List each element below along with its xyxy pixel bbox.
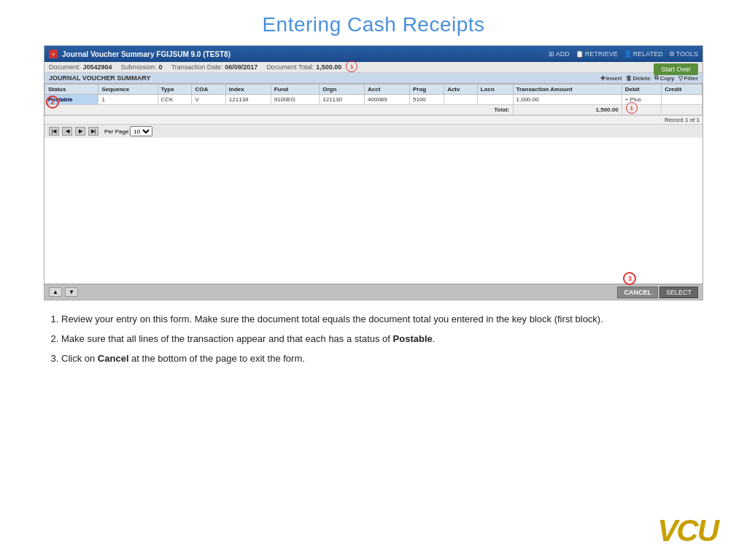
section-title: JOURNAL VOUCHER SUMMARY <box>49 74 151 82</box>
instruction-3-bold: Cancel <box>98 353 129 364</box>
annotation-1-total: 1 <box>626 102 638 114</box>
delete-label: Delete <box>632 75 650 82</box>
cell-locn <box>477 95 513 105</box>
retrieve-icon: 📋 <box>576 50 584 58</box>
instruction-1-text: Review your entry on this form. Make sur… <box>61 314 603 324</box>
retrieve-action[interactable]: 📋 RETRIEVE <box>576 50 618 58</box>
prev-page-button[interactable]: ◀ <box>62 127 72 136</box>
tools-icon: ⚙ <box>669 50 675 58</box>
col-coa: COA <box>192 85 225 95</box>
journal-voucher-table: Status Sequence Type COA Index Fund Orgn… <box>44 84 703 115</box>
copy-label: Copy <box>659 75 674 82</box>
cell-orgn: 121130 <box>320 95 365 105</box>
first-page-button[interactable]: |◀ <box>49 127 59 136</box>
table-row: Postable 1 CCK V 121134 9100EG 121130 40… <box>45 95 703 105</box>
copy-action[interactable]: ⧉ Copy <box>654 74 674 82</box>
banner-window: × Journal Voucher Summary FGIJSUM 9.0 (T… <box>44 45 703 300</box>
col-orgn: Orgn <box>320 85 365 95</box>
instruction-2-text-before: Make sure that all lines of the transact… <box>61 333 393 344</box>
per-page-select[interactable]: 10 25 50 <box>130 126 152 136</box>
document-total-value: 1,500.00 <box>316 63 341 71</box>
cell-type: CCK <box>158 95 192 105</box>
info-bar: Document: J0542904 Submission: 0 Transac… <box>44 62 703 73</box>
next-page-button[interactable]: ▶ <box>75 127 85 136</box>
insert-label: Insert <box>606 75 622 82</box>
vcu-logo: VCU <box>657 513 718 548</box>
filter-label: Filter <box>684 75 698 82</box>
title-bar-left: × Journal Voucher Summary FGIJSUM 9.0 (T… <box>49 50 231 58</box>
col-actv: Actv <box>444 85 478 95</box>
instruction-2-bold: Postable <box>393 333 433 344</box>
app-window: × Journal Voucher Summary FGIJSUM 9.0 (T… <box>0 45 747 300</box>
add-label: ADD <box>556 50 570 58</box>
title-bar: × Journal Voucher Summary FGIJSUM 9.0 (T… <box>44 46 703 62</box>
cell-credit <box>662 95 703 105</box>
cell-sequence: 1 <box>98 95 158 105</box>
related-label: RELATED <box>633 50 663 58</box>
bottom-bar-right: 3 CANCEL SELECT <box>617 287 698 298</box>
instruction-1: Review your entry on this form. Make sur… <box>61 312 703 327</box>
window-title: Journal Voucher Summary FGIJSUM 9.0 (TES… <box>62 50 231 58</box>
annotation-2-status: 2 <box>46 96 59 109</box>
close-button[interactable]: × <box>49 50 58 58</box>
insert-icon: ✚ <box>600 75 605 82</box>
instructions-section: Review your entry on this form. Make sur… <box>44 312 703 366</box>
instruction-3: Click on Cancel at the bottom of the pag… <box>61 351 703 367</box>
last-page-button[interactable]: ▶| <box>88 127 98 136</box>
annotation-1-doc-total: 1 <box>346 61 357 72</box>
filter-icon: ▽ <box>678 75 683 82</box>
annotation-3-cancel: 3 <box>623 272 636 285</box>
page-title: Entering Cash Receipts <box>0 0 747 45</box>
transaction-date-value: 06/09/2017 <box>225 63 258 71</box>
instruction-2-text-after: . <box>433 333 436 344</box>
total-label: Total: <box>45 105 514 115</box>
cell-acct: 400089 <box>365 95 410 105</box>
total-value: 1,500.00 1 <box>513 105 622 115</box>
col-fund: Fund <box>271 85 319 95</box>
document-total-info: Document Total: 1,500.00 1 <box>266 63 341 71</box>
cell-coa: V <box>192 95 225 105</box>
start-over-button[interactable]: Start Over <box>654 63 698 75</box>
bottom-bar: ▲ ▼ 3 CANCEL SELECT <box>44 284 703 300</box>
cell-index: 121134 <box>225 95 271 105</box>
tools-action[interactable]: ⚙ TOOLS <box>669 50 698 58</box>
cell-fund: 9100EG <box>271 95 319 105</box>
add-icon: ⊞ <box>549 50 554 58</box>
col-acct: Acct <box>365 85 410 95</box>
scroll-down-button[interactable]: ▼ <box>65 287 78 297</box>
select-button[interactable]: SELECT <box>659 287 698 298</box>
col-type: Type <box>158 85 192 95</box>
bottom-bar-left: ▲ ▼ <box>49 287 78 297</box>
instruction-3-text-before: Click on <box>61 353 98 364</box>
submission-value: 0 <box>159 63 163 71</box>
related-icon: 👤 <box>624 50 632 58</box>
add-action[interactable]: ⊞ ADD <box>549 50 570 58</box>
document-label: Document: <box>49 63 81 71</box>
scroll-up-button[interactable]: ▲ <box>49 287 62 297</box>
total-credit <box>662 105 703 115</box>
insert-action[interactable]: ✚ Insert <box>600 74 622 82</box>
section-header: JOURNAL VOUCHER SUMMARY ✚ Insert 🗑 Delet… <box>44 73 703 84</box>
cell-actv <box>444 95 478 105</box>
document-total-label: Document Total: <box>266 63 314 71</box>
submission-info: Submission: 0 <box>121 63 163 71</box>
filter-action[interactable]: ▽ Filter <box>678 74 698 82</box>
col-transaction-amount: Transaction Amount <box>513 85 622 95</box>
document-value: J0542904 <box>83 63 112 71</box>
title-bar-actions: ⊞ ADD 📋 RETRIEVE 👤 RELATED ⚙ TOOLS <box>549 50 698 58</box>
instruction-3-text-after: at the bottom of the page to exit the fo… <box>129 353 305 364</box>
cancel-button[interactable]: CANCEL <box>617 287 658 298</box>
document-info: Document: J0542904 <box>49 63 112 71</box>
col-index: Index <box>225 85 271 95</box>
table-container: Status Sequence Type COA Index Fund Orgn… <box>44 84 703 124</box>
per-page-control: Per Page 10 25 50 <box>104 126 152 136</box>
delete-action[interactable]: 🗑 Delete <box>626 74 650 82</box>
section-actions: ✚ Insert 🗑 Delete ⧉ Copy ▽ Filter <box>600 74 698 82</box>
pagination-bar: |◀ ◀ ▶ ▶| Per Page 10 25 50 <box>44 124 703 138</box>
col-status: Status <box>45 85 98 95</box>
col-locn: Locn <box>477 85 513 95</box>
tools-label: TOOLS <box>676 50 698 58</box>
related-action[interactable]: 👤 RELATED <box>624 50 663 58</box>
cell-prog: 5100 <box>409 95 444 105</box>
transaction-date-label: Transaction Date: <box>171 63 223 71</box>
